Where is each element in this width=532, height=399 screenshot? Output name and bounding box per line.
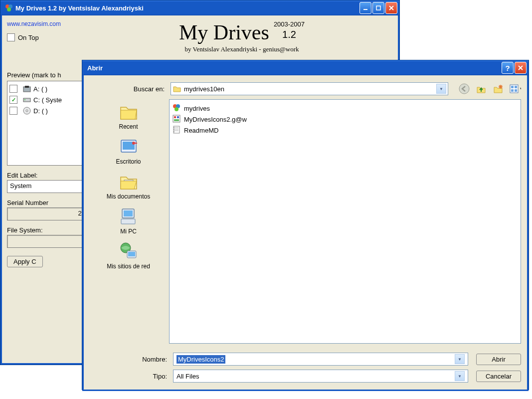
svg-rect-19 [511,89,514,92]
filename-value: MyDrivesIcons2 [177,355,225,364]
dialog-close-button[interactable] [515,62,527,74]
website-link[interactable]: www.nezavisim.com [7,20,61,27]
places-bar: Recent Escritorio Mis documentos Mi PC M… [90,99,167,344]
on-top-checkbox[interactable] [7,33,15,41]
drive-a-letter: A: [33,85,39,93]
drive-a-checkbox[interactable] [9,85,17,93]
close-button[interactable] [385,2,397,14]
place-desktop[interactable]: Escritorio [90,134,167,167]
maximize-button[interactable] [372,2,384,14]
cancel-button[interactable]: Cancelar [476,371,521,382]
file-readme[interactable]: ReadmeMD [173,125,518,136]
logo-block: My Drives 2003-2007 1.2 by Ventsislav Al… [91,20,393,53]
text-file-icon [173,126,181,135]
network-icon [118,241,139,262]
place-network-label: Mis sitios de red [107,263,150,270]
recent-folder-icon [118,101,139,122]
svg-rect-31 [128,252,135,256]
svg-rect-24 [133,143,137,144]
place-desktop-label: Escritorio [116,158,141,165]
app-file-icon [173,104,181,113]
place-computer-label: Mi PC [120,228,137,235]
look-in-label: Buscar en: [90,85,171,93]
svg-rect-7 [23,98,30,102]
svg-point-34 [175,107,178,111]
dialog-toolbar: Buscar en: mydrives10en ▼ [84,75,527,99]
app-icon [5,4,13,12]
svg-point-46 [174,131,174,132]
svg-rect-27 [124,210,133,216]
minimize-button[interactable] [359,2,371,14]
dialog-body: Buscar en: mydrives10en ▼ Recent [82,75,529,391]
file-name: MyDrivesIcons2.g@w [184,116,247,123]
file-icons2[interactable]: MyDrivesIcons2.g@w [173,114,518,125]
filename-combo[interactable]: MyDrivesIcons2 ▼ [173,353,468,366]
place-network[interactable]: Mis sitios de red [90,239,167,272]
app-name: My Drives [179,20,269,44]
app-version: 1.2 [282,29,296,40]
drive-a-label: ( ) [41,85,47,93]
svg-rect-38 [174,119,179,121]
place-documents[interactable]: Mis documentos [90,169,167,202]
place-computer[interactable]: Mi PC [90,204,167,237]
app-years: 2003-2007 [274,20,305,28]
svg-rect-36 [174,116,176,118]
dialog-title: Abrir [87,64,502,72]
svg-point-10 [26,110,28,112]
svg-point-44 [174,127,174,128]
svg-point-8 [24,99,25,100]
svg-rect-4 [376,6,380,10]
new-folder-icon[interactable] [492,83,504,95]
place-recent[interactable]: Recent [90,99,167,132]
computer-icon [118,206,139,227]
floppy-icon [22,84,31,93]
open-button[interactable]: Abrir [476,354,521,365]
drive-d-checkbox[interactable] [9,107,17,115]
filetype-combo[interactable]: All Files ▼ [173,370,468,383]
file-mydrives[interactable]: mydrives [173,103,518,114]
drive-c-letter: C: [33,96,40,104]
filename-label: Nombre: [90,356,173,363]
up-one-level-icon[interactable] [475,83,487,95]
main-window-title: My Drives 1.2 by Ventsislav Alexandriysk… [15,4,359,12]
dialog-titlebar: Abrir ? [82,60,529,75]
svg-point-2 [7,7,11,11]
chevron-down-icon[interactable]: ▼ [455,354,465,364]
place-recent-label: Recent [119,123,138,130]
apply-button[interactable]: Apply C [7,256,43,267]
svg-rect-28 [121,219,135,224]
folder-icon [173,84,181,93]
svg-rect-6 [25,86,29,88]
help-button[interactable]: ? [502,62,514,74]
svg-point-11 [459,84,469,94]
drive-c-label: ( Syste [42,96,62,104]
desktop-icon [118,136,139,157]
file-list[interactable]: mydrives MyDrivesIcons2.g@w ReadmeMD [169,99,521,344]
gfx-file-icon [173,115,181,124]
hdd-icon [22,95,31,104]
svg-rect-20 [515,89,517,92]
current-folder-name: mydrives10en [184,85,436,93]
main-titlebar: My Drives 1.2 by Ventsislav Alexandriysk… [0,0,399,15]
chevron-down-icon[interactable]: ▼ [436,84,446,94]
filetype-value: All Files [177,373,455,380]
chevron-down-icon[interactable]: ▼ [455,371,465,381]
app-subtitle: by Ventsislav Alexandriyski - genius@wor… [91,45,393,53]
svg-point-45 [174,129,174,130]
on-top-label: On Top [18,34,39,41]
svg-rect-18 [515,86,517,88]
views-icon[interactable] [509,83,521,95]
svg-rect-37 [177,116,179,118]
filetype-label: Tipo: [90,373,173,380]
look-in-combo[interactable]: mydrives10en ▼ [171,82,448,95]
drive-c-checkbox[interactable]: ✓ [9,96,17,104]
place-documents-label: Mis documentos [107,193,150,200]
drive-d-letter: D: [33,107,40,115]
back-icon[interactable] [458,83,470,95]
open-dialog: Abrir ? Buscar en: mydrives10en ▼ [82,60,529,390]
documents-icon [118,171,139,192]
drive-d-label: ( ) [42,107,48,115]
svg-rect-17 [511,86,514,88]
svg-rect-3 [363,9,367,10]
file-name: mydrives [184,105,210,112]
